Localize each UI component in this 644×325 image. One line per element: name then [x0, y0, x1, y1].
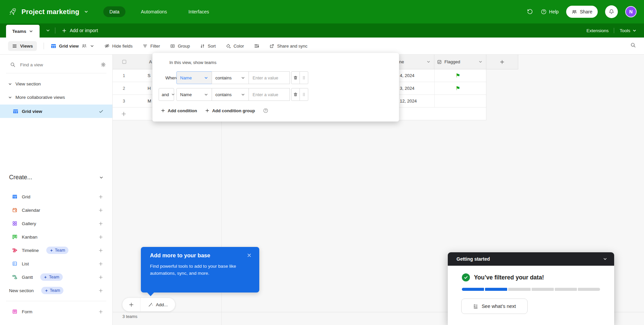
delete-condition-button[interactable] — [291, 71, 300, 84]
add-or-import-button[interactable]: Add or import — [62, 23, 98, 38]
create-item-gallery[interactable]: Gallery — [0, 217, 113, 230]
plus-icon[interactable] — [98, 275, 103, 280]
create-item-list[interactable]: List — [0, 257, 113, 270]
cell-date[interactable]: 12, 2024 — [400, 95, 417, 107]
delete-condition-button[interactable] — [291, 88, 300, 101]
create-item-label: Grid — [22, 194, 31, 199]
value-input[interactable] — [249, 71, 290, 84]
extensions-button[interactable]: Extensions — [586, 28, 608, 33]
cell-date[interactable]: 4, 2024 — [400, 69, 414, 82]
grid-icon — [12, 194, 17, 199]
avatar-initial: N — [629, 9, 633, 14]
table-tab-teams[interactable]: Teams — [6, 25, 40, 38]
table-list-expander[interactable] — [44, 26, 52, 35]
chevron-down-icon — [241, 76, 245, 80]
color-button[interactable]: Color — [226, 44, 244, 49]
getting-started-body: You’ve filtered your data! See what’s ne… — [448, 266, 614, 325]
create-item-form[interactable]: Form — [0, 305, 113, 318]
row-height-button[interactable] — [254, 43, 259, 49]
tab-interfaces[interactable]: Interfaces — [182, 6, 215, 17]
create-item-grid[interactable]: Grid — [0, 190, 113, 203]
create-section-header[interactable]: Create... — [9, 174, 104, 181]
plus-icon[interactable] — [98, 309, 103, 314]
avatar[interactable]: N — [625, 6, 637, 17]
grid-view-switcher[interactable]: Grid view — [51, 43, 94, 49]
trash-icon — [293, 75, 298, 80]
base-menu[interactable]: Project marketing — [8, 7, 89, 16]
sidebar-item-grid-view[interactable]: Grid view — [0, 105, 112, 118]
history-icon[interactable] — [527, 8, 533, 15]
tab-data[interactable]: Data — [103, 6, 125, 17]
share-and-sync-button[interactable]: Share and sync — [269, 44, 307, 49]
flag-icon[interactable]: ⚑ — [455, 82, 460, 94]
filter-button[interactable]: Filter — [143, 44, 160, 49]
plus-icon[interactable] — [98, 221, 103, 226]
close-icon[interactable] — [247, 252, 252, 258]
checkbox-icon — [122, 59, 127, 64]
plus-icon[interactable] — [98, 261, 103, 266]
help-circle-icon[interactable] — [263, 108, 268, 113]
section-view-section[interactable]: View section — [8, 81, 41, 86]
add-condition-group-button[interactable]: Add condition group — [205, 108, 255, 113]
drag-handle[interactable] — [300, 71, 308, 84]
getting-started-header[interactable]: Getting started — [448, 252, 614, 266]
external-link-icon — [269, 44, 274, 49]
tab-automations[interactable]: Automations — [135, 6, 173, 17]
promo-title: Add more to your base — [150, 252, 210, 259]
add-with-ai-button[interactable]: Add... — [141, 298, 175, 311]
drag-dots-icon — [302, 92, 306, 97]
operator-select[interactable]: contains — [212, 71, 249, 84]
create-item-timeline[interactable]: Timeline Team — [0, 244, 113, 257]
check-icon — [99, 109, 104, 114]
notifications-button[interactable] — [605, 5, 618, 18]
create-item-kanban[interactable]: Kanban — [0, 230, 113, 244]
progress-segment — [485, 288, 507, 291]
create-item-calendar[interactable]: Calendar — [0, 203, 113, 217]
views-button[interactable]: Views — [8, 41, 37, 51]
find-view-input[interactable]: Find a view — [0, 58, 113, 71]
help-button[interactable]: Help — [541, 9, 559, 15]
flag-icon[interactable]: ⚑ — [455, 69, 460, 82]
team-badge: Team — [41, 287, 64, 294]
create-item-gantt[interactable]: Gantt Team — [0, 270, 113, 284]
promo-body: Find powerful tools to add to your base … — [150, 263, 251, 277]
cell-name[interactable]: S — [148, 69, 151, 82]
search-button[interactable] — [630, 42, 636, 48]
plus-icon[interactable] — [98, 194, 103, 199]
plus-icon[interactable] — [98, 288, 103, 293]
value-input[interactable] — [249, 88, 290, 101]
drag-handle[interactable] — [300, 88, 308, 101]
column-header-label: Flagged — [444, 59, 460, 64]
operator-select[interactable]: contains — [212, 88, 249, 101]
grid-icon — [51, 43, 56, 49]
trash-icon — [293, 92, 298, 97]
section-more-collaborative-views[interactable]: More collaborative views — [8, 95, 65, 100]
plus-icon[interactable] — [98, 208, 103, 213]
check-circle-icon — [462, 273, 470, 281]
field-select[interactable]: Name — [176, 88, 212, 101]
cell-name[interactable]: H — [148, 82, 151, 94]
tools-button[interactable]: Tools — [620, 28, 637, 33]
plus-icon[interactable] — [98, 248, 103, 253]
bell-icon — [608, 9, 614, 15]
cell-name[interactable]: M — [148, 95, 151, 107]
field-select[interactable]: Name — [176, 71, 212, 84]
add-condition-button[interactable]: Add condition — [161, 108, 197, 113]
hide-fields-label: Hide fields — [112, 44, 133, 49]
group-button[interactable]: Group — [170, 44, 190, 49]
plus-icon[interactable] — [98, 235, 103, 240]
add-record-button[interactable] — [122, 298, 141, 311]
conjunction-select[interactable]: and — [159, 88, 174, 101]
add-field-button[interactable] — [486, 55, 518, 69]
sort-button[interactable]: Sort — [200, 44, 216, 49]
create-item-new-section[interactable]: New section Team — [0, 284, 113, 297]
column-header-flagged[interactable]: Flagged — [434, 55, 486, 69]
select-all-checkbox[interactable] — [113, 55, 141, 69]
share-button[interactable]: Share — [566, 6, 598, 18]
see-whats-next-label: See what’s next — [482, 304, 516, 309]
gear-icon[interactable] — [101, 62, 106, 67]
cell-date[interactable]: 3, 2024 — [400, 82, 414, 94]
see-whats-next-button[interactable]: See what’s next — [461, 299, 528, 314]
filter-condition-row: Where Name contains — [153, 71, 399, 84]
hide-fields-button[interactable]: Hide fields — [104, 43, 133, 49]
